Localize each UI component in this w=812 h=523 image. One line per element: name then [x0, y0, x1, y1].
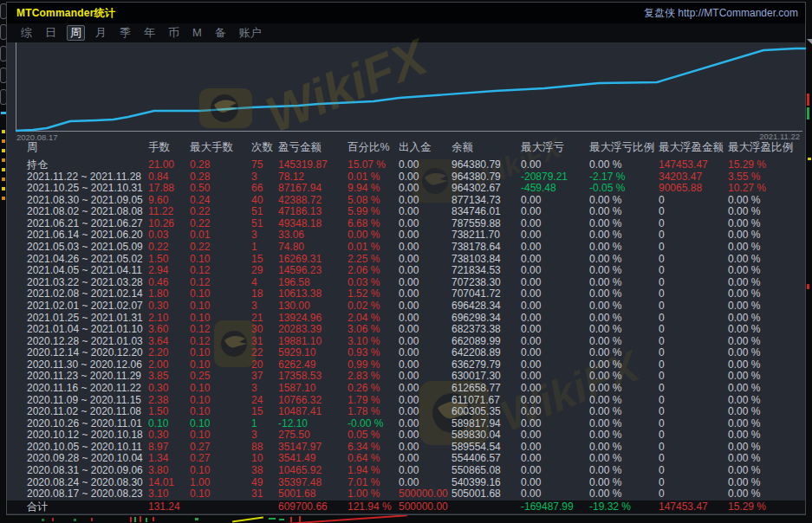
cell: 15 [251, 254, 278, 266]
background-window-left-sliver [0, 0, 6, 523]
table-row[interactable]: 2021.08.02 ~ 2021.08.0811.220.225147186.… [7, 206, 805, 218]
cell: 0.64 % [348, 453, 399, 465]
cell: 0.00 [521, 383, 589, 395]
cell: 30 [251, 324, 278, 336]
cell: 642208.89 [451, 347, 521, 359]
table-row[interactable]: 2021.01.25 ~ 2021.01.312.100.102113924.9… [7, 313, 805, 325]
table-row[interactable]: 2020.11.23 ~ 2020.11.293.850.253717358.5… [7, 371, 805, 383]
menu-item-7[interactable]: 币 [166, 26, 182, 40]
menu-item-10[interactable]: 账户 [237, 26, 264, 40]
cell: 0.00 [399, 429, 451, 442]
cell: 0.00 % [589, 488, 659, 500]
column-header: 次数 [251, 141, 278, 154]
cell: 0.00 % [348, 229, 399, 242]
table-row[interactable]: 2020.11.09 ~ 2020.11.152.380.102410766.3… [7, 395, 805, 407]
titlebar[interactable]: MTCommander统计 复盘侠 http://MTCommander.com [7, 3, 805, 23]
cell: 3.60 [148, 324, 190, 336]
table-row[interactable]: 2021.10.25 ~ 2021.10.3117.880.506687167.… [7, 183, 805, 195]
table-row[interactable]: 2021.06.21 ~ 2021.06.2710.260.225149348.… [7, 218, 805, 230]
table-row[interactable]: 2021.02.01 ~ 2021.02.070.300.103130.000.… [7, 300, 805, 313]
row-period-label: 2021.06.21 ~ 2021.06.27 [27, 218, 148, 230]
table-row[interactable]: 2021.03.22 ~ 2021.03.280.460.124196.580.… [7, 277, 805, 289]
cell: 0.22 [190, 206, 251, 218]
cell: 17.88 [148, 183, 190, 195]
cell: 2.83 % [348, 371, 399, 383]
row-period-label: 2021.11.22 ~ 2021.11.28 [27, 171, 148, 184]
cell: 589554.54 [451, 442, 521, 454]
table-row[interactable]: 2020.08.31 ~ 2020.09.063.800.103810465.9… [7, 465, 805, 477]
menu-item-9[interactable]: 备 [212, 26, 229, 40]
table-row[interactable]: 2021.01.04 ~ 2021.01.103.600.123020283.3… [7, 324, 805, 336]
row-period-label: 2021.08.02 ~ 2021.08.08 [27, 206, 148, 218]
stats-window: MTCommander统计 复盘侠 http://MTCommander.com… [6, 2, 806, 515]
table-row[interactable]: 2021.05.03 ~ 2021.05.090.220.22174.800.0… [7, 242, 805, 254]
cell: 0.00 % [728, 347, 805, 359]
cell: 0.00 % [589, 206, 659, 218]
table-row[interactable]: 2020.10.26 ~ 2020.11.010.100.101-12.10-0… [7, 418, 805, 430]
cell: 14.01 [148, 477, 190, 489]
cell: 3541.49 [278, 453, 348, 465]
table-row[interactable]: 2020.12.28 ~ 2021.01.033.640.123119881.1… [7, 336, 805, 348]
cell: 8.97 [148, 442, 190, 454]
menu-item-6[interactable]: 年 [141, 26, 158, 40]
cell: 17358.53 [278, 371, 348, 383]
cell: 0.12 [190, 277, 251, 289]
table-row[interactable]: 2021.04.26 ~ 2021.05.021.500.101516269.3… [7, 254, 805, 266]
row-period-label: 合计 [27, 500, 148, 513]
cell: 0.00 % [589, 371, 659, 383]
table-row[interactable]: 2021.11.22 ~ 2021.11.280.840.28378.120.0… [7, 171, 805, 184]
cell: 0 [659, 265, 728, 277]
cell: 0.00 % [589, 313, 659, 325]
cell: 3 [251, 300, 278, 313]
table-row[interactable]: 2020.11.30 ~ 2020.12.062.000.10206262.49… [7, 359, 805, 371]
menu-item-1[interactable]: 综 [18, 26, 35, 40]
menu-item-8[interactable]: M [190, 26, 205, 40]
cell: 0 [659, 242, 728, 254]
table-row[interactable]: 2020.08.24 ~ 2020.08.3014.011.004935397.… [7, 477, 805, 489]
table-row[interactable]: 2021.04.05 ~ 2021.04.112.940.122914596.2… [7, 265, 805, 277]
row-period-label: 2020.12.28 ~ 2021.01.03 [27, 336, 148, 348]
cell: 0.00 [399, 465, 451, 477]
cell: 0.00 [521, 347, 589, 359]
cell: 3.10 [148, 488, 190, 500]
cell: 0.00 % [728, 229, 805, 242]
menu-item-5[interactable]: 季 [117, 26, 133, 40]
cell: 0.30 [148, 429, 190, 442]
cell: 0.00 % [728, 395, 805, 407]
cell: 964380.79 [451, 171, 521, 184]
menu-item-4[interactable]: 月 [93, 26, 109, 40]
cell: 121.94 % [348, 500, 399, 513]
cell: 0.00 % [589, 288, 659, 300]
cell: 2.94 [148, 265, 190, 277]
table-row[interactable]: 2021.08.30 ~ 2021.09.059.600.244042388.7… [7, 195, 805, 207]
menu-item-3[interactable]: 周 [67, 25, 85, 41]
cell: 7.01 % [348, 477, 399, 489]
row-period-label: 2021.04.26 ~ 2021.05.02 [27, 254, 148, 266]
cell: 0.10 [190, 418, 251, 430]
table-row[interactable]: 2020.10.05 ~ 2020.10.118.970.278835147.9… [7, 442, 805, 454]
cell: 0 [659, 300, 728, 313]
menu-item-2[interactable]: 日 [42, 26, 59, 40]
cell: 0.00 % [728, 453, 805, 465]
table-row[interactable]: 2020.11.16 ~ 2020.11.220.300.1031587.100… [7, 383, 805, 395]
table-row[interactable]: 2020.10.12 ~ 2020.10.180.300.103275.500.… [7, 429, 805, 442]
cell: 0.10 [148, 418, 190, 430]
total-row[interactable]: 合计131.24609700.66121.94 %500000.00-16948… [7, 500, 805, 513]
table-row[interactable]: 持仓21.000.2875145319.8715.07 %0.00964380.… [7, 159, 805, 171]
cell: 0.00 % [728, 406, 805, 418]
background-chart-artifact [2, 139, 5, 143]
background-chart-artifact [74, 519, 76, 521]
row-period-label: 2021.02.01 ~ 2021.02.07 [27, 300, 148, 313]
background-chart-artifact [2, 130, 5, 133]
table-row[interactable]: 2020.09.28 ~ 2020.10.041.340.27103541.49… [7, 453, 805, 465]
table-row[interactable]: 2020.11.02 ~ 2020.11.081.500.101510487.4… [7, 406, 805, 418]
background-chart-artifact [195, 518, 198, 520]
background-chart-artifact [808, 158, 811, 160]
table-row[interactable]: 2021.02.08 ~ 2021.02.141.800.101810613.3… [7, 288, 805, 300]
cell: 0.24 [190, 195, 251, 207]
table-row[interactable]: 2020.08.17 ~ 2020.08.233.100.10315001.68… [7, 488, 805, 500]
table-row[interactable]: 2020.12.14 ~ 2020.12.202.200.10225929.10… [7, 347, 805, 359]
brand-link[interactable]: 复盘侠 http://MTCommander.com [644, 6, 798, 21]
cell: 1.79 % [348, 395, 399, 407]
table-row[interactable]: 2021.06.14 ~ 2021.06.200.030.01333.060.0… [7, 229, 805, 242]
